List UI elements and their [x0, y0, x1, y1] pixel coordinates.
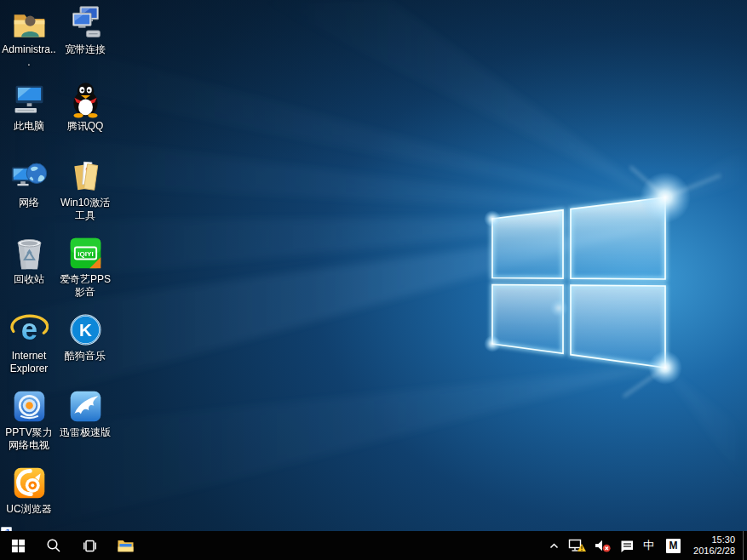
desktop-icon-grid: Administra...: [1, 3, 113, 539]
task-view-icon: [82, 539, 98, 553]
icon-label: 迅雷极速版: [60, 426, 111, 439]
chevron-up-icon: [548, 540, 560, 552]
kugou-music-icon: K: [66, 311, 105, 349]
action-center-icon: [618, 538, 635, 554]
tray-action-center-button[interactable]: [615, 531, 639, 560]
uc-squirrel-icon: [10, 464, 49, 502]
desktop-icon-win10-activation[interactable]: Win10激活工具: [57, 156, 113, 232]
icon-label: 酷狗音乐: [65, 350, 106, 363]
network-globe-icon: [10, 157, 49, 196]
tray-network-status-button[interactable]: [564, 531, 590, 560]
iqiyi-icon: iQIYI: [66, 234, 105, 272]
icon-label: 腾讯QQ: [67, 120, 104, 133]
desktop-icon-network[interactable]: 网络: [1, 156, 57, 232]
clock-date: 2016/2/28: [693, 546, 735, 557]
tray-ime-mode-button[interactable]: M: [658, 531, 688, 560]
tray-language-indicator[interactable]: 中: [639, 531, 658, 560]
network-warning-icon: [567, 537, 587, 555]
file-explorer-button[interactable]: [107, 531, 143, 560]
windows10-desktop: Administra...: [0, 0, 747, 560]
open-folder-icon: [66, 157, 105, 196]
system-tray: 中 M 15:30 2016/2/28: [544, 531, 747, 560]
windows-logo-icon: [11, 539, 26, 553]
desktop-icon-iqiyi[interactable]: iQIYI 爱奇艺PPS 影音: [57, 232, 113, 309]
task-view-button[interactable]: [72, 531, 107, 560]
tray-show-hidden-icons-button[interactable]: [544, 531, 564, 560]
icon-label: 宽带连接: [65, 43, 106, 56]
file-explorer-icon: [117, 538, 135, 553]
this-pc-icon: [10, 81, 49, 119]
taskbar: 中 M 15:30 2016/2/28: [0, 531, 747, 560]
desktop-icon-uc-browser[interactable]: UC浏览器: [1, 462, 57, 539]
kugou-letter: K: [79, 320, 92, 340]
icon-label: UC浏览器: [6, 503, 51, 516]
desktop-icon-this-pc[interactable]: 此电脑: [1, 79, 57, 156]
tray-volume-button[interactable]: [590, 531, 615, 560]
icon-label: 爱奇艺PPS 影音: [57, 273, 113, 299]
show-desktop-button[interactable]: [743, 531, 747, 560]
pptv-icon: [10, 387, 49, 426]
desktop-icon-qq[interactable]: 腾讯QQ: [57, 79, 113, 156]
broadband-connection-icon: [66, 4, 105, 43]
language-indicator-text: 中: [643, 531, 654, 560]
desktop-icon-broadband[interactable]: 宽带连接: [57, 3, 113, 79]
desktop-icon-recycle-bin[interactable]: 回收站: [1, 232, 57, 309]
icon-label: 回收站: [14, 273, 44, 286]
search-button[interactable]: [36, 531, 72, 560]
icon-label: Administra...: [1, 43, 57, 69]
volume-muted-icon: [594, 538, 612, 554]
search-icon: [46, 538, 61, 553]
internet-explorer-icon: e: [10, 311, 49, 349]
icon-label: Win10激活工具: [57, 197, 113, 222]
icon-label: PPTV聚力 网络电视: [1, 426, 57, 452]
icon-label: Internet Explorer: [1, 350, 57, 375]
clock-time: 15:30: [693, 534, 735, 546]
ime-mode-indicator: M: [666, 539, 681, 553]
user-folder-icon: [10, 4, 49, 43]
recycle-bin-icon: [10, 234, 49, 272]
desktop-icon-internet-explorer[interactable]: e Internet Explorer: [1, 309, 57, 386]
desktop-icon-administrator[interactable]: Administra...: [1, 3, 57, 79]
desktop-icon-kugou[interactable]: K 酷狗音乐: [57, 309, 113, 386]
desktop-icon-pptv[interactable]: PPTV聚力 网络电视: [1, 386, 57, 462]
iqiyi-logo-text: iQIYI: [78, 250, 93, 258]
icon-label: 网络: [19, 197, 39, 209]
icon-label: 此电脑: [14, 120, 44, 133]
thunder-bird-icon: [66, 387, 105, 426]
start-button[interactable]: [0, 531, 36, 560]
qq-penguin-icon: [66, 81, 105, 119]
desktop-icon-thunder[interactable]: 迅雷极速版: [57, 386, 113, 462]
tray-clock[interactable]: 15:30 2016/2/28: [688, 531, 743, 560]
